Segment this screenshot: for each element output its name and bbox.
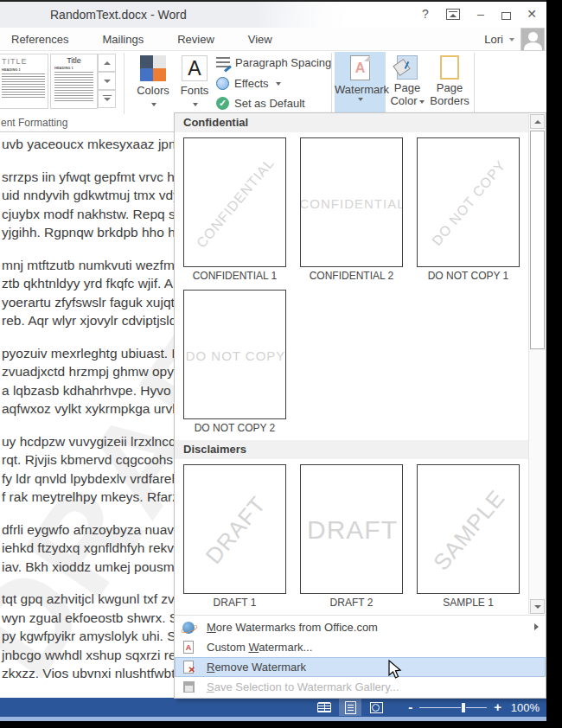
window-title: RandomText.docx - Word — [50, 8, 187, 22]
title-bar: RandomText.docx - Word ? – ✕ — [0, 2, 546, 28]
tab-review[interactable]: Review — [175, 33, 217, 46]
watermark-thumbnail: DO NOT COPY — [183, 290, 286, 419]
menu-item-more-watermarks-from-office-com[interactable]: More Watermarks from Office.com — [175, 617, 546, 637]
scrollbar-thumb[interactable] — [530, 131, 545, 349]
effects-button[interactable]: Effects — [216, 77, 281, 90]
page-color-label-line2: Color — [390, 94, 417, 107]
account-menu[interactable]: Lori — [484, 28, 545, 51]
set-as-default-button[interactable]: ✓ Set as Default — [216, 97, 305, 110]
word-window: RandomText.docx - Word ? – ✕ ReferencesM… — [0, 0, 546, 719]
style-card-heading: HEADING 1 — [0, 66, 48, 73]
colors-icon — [140, 55, 166, 81]
web-layout-button[interactable] — [365, 699, 387, 716]
style-card-body-lines — [54, 72, 93, 101]
watermark-item-label: CONFIDENTIAL 2 — [300, 270, 403, 283]
save-watermark-gallery-icon — [182, 680, 195, 694]
chevron-down-icon — [419, 100, 425, 104]
watermark-preview-text: CONFIDENTIAL — [301, 138, 403, 267]
style-card-body-lines — [2, 73, 45, 98]
zoom-slider[interactable] — [419, 707, 487, 708]
menu-item-label: Save Selection to Watermark Gallery... — [207, 680, 399, 693]
ribbon-display-options-icon[interactable] — [446, 9, 460, 20]
watermark-preview-text: DRAFT — [301, 465, 403, 594]
ribbon-tab-row: ReferencesMailingsReviewView Lori — [0, 28, 546, 51]
tab-view[interactable]: View — [246, 33, 275, 46]
style-gallery-card-1[interactable]: TITLE HEADING 1 — [0, 54, 48, 109]
chevron-down-icon — [358, 98, 363, 101]
watermark-item-confidential-2[interactable]: CONFIDENTIALCONFIDENTIAL 2 — [300, 137, 403, 283]
colors-label: Colors — [131, 84, 175, 97]
menu-item-save-selection-to-watermark-gallery: Save Selection to Watermark Gallery... — [175, 677, 546, 697]
watermark-label: Watermark — [335, 83, 386, 96]
menu-item-custom-watermark[interactable]: ACustom Watermark... — [175, 637, 546, 657]
watermark-preview-text: DO NOT COPY — [184, 291, 286, 419]
watermark-section-header: Confidential — [175, 113, 529, 132]
help-button[interactable]: ? — [419, 5, 431, 22]
fonts-button[interactable]: A Fonts — [176, 52, 213, 113]
chevron-down-icon — [193, 103, 198, 106]
watermark-preview-text: SAMPLE — [417, 464, 520, 594]
avatar[interactable] — [520, 28, 545, 51]
scrollbar-up-button[interactable] — [530, 114, 545, 129]
page-borders-icon — [440, 55, 459, 80]
triangle-up-icon — [534, 120, 541, 124]
zoom-slider-thumb[interactable] — [461, 702, 466, 713]
page-borders-label-line2: Borders — [429, 94, 470, 107]
scrollbar-down-button[interactable] — [530, 599, 545, 614]
chevron-down-icon — [151, 103, 156, 106]
zoom-level[interactable]: 100% — [508, 701, 540, 714]
page-borders-button[interactable]: Page Borders — [429, 52, 470, 113]
watermark-item-confidential-1[interactable]: CONFIDENTIALCONFIDENTIAL 1 — [183, 137, 286, 283]
mouse-cursor — [388, 660, 406, 680]
group-label-document-formatting: ent Formatting — [1, 117, 67, 129]
window-bottom-border — [0, 717, 546, 721]
tab-mailings[interactable]: Mailings — [99, 33, 146, 46]
triangle-down-icon — [104, 80, 111, 83]
watermark-thumbnail: SAMPLE — [417, 464, 520, 594]
watermark-item-do-not-copy-2[interactable]: DO NOT COPYDO NOT COPY 2 — [183, 290, 286, 435]
menu-item-label: More Watermarks from Office.com — [207, 621, 378, 634]
style-card-title: TITLE — [0, 54, 48, 66]
watermark-button[interactable]: A Watermark — [335, 52, 386, 113]
watermark-preview-text: DRAFT — [183, 464, 286, 594]
zoom-out-button[interactable]: - — [408, 699, 412, 715]
page-borders-label-line1: Page — [429, 81, 470, 94]
chevron-down-icon — [276, 82, 281, 86]
style-card-heading: HEADING 1 — [51, 65, 97, 71]
office-globe-icon — [182, 621, 195, 635]
web-layout-icon — [370, 702, 383, 713]
close-button[interactable]: ✕ — [526, 5, 538, 22]
watermark-item-draft-1[interactable]: DRAFTDRAFT 1 — [183, 464, 286, 610]
effects-icon — [216, 77, 229, 90]
watermark-item-sample-1[interactable]: SAMPLESAMPLE 1 — [417, 464, 520, 610]
menu-item-remove-watermark[interactable]: Remove Watermark — [175, 657, 546, 677]
effects-label: Effects — [234, 77, 269, 90]
watermark-item-label: DO NOT COPY 1 — [417, 270, 520, 283]
colors-button[interactable]: Colors — [131, 52, 175, 113]
minimize-button[interactable]: – — [475, 5, 487, 22]
paragraph-spacing-icon — [216, 57, 230, 69]
maximize-button[interactable] — [501, 12, 511, 20]
read-mode-button[interactable] — [313, 699, 335, 716]
print-layout-button[interactable] — [339, 699, 361, 716]
style-gallery-card-2[interactable]: Title HEADING 1 — [50, 54, 98, 109]
user-name: Lori — [484, 33, 503, 46]
tab-references[interactable]: References — [9, 33, 71, 46]
ribbon: TITLE HEADING 1 Title HEADING 1 Colors — [0, 51, 546, 114]
style-gallery-scroll-up-button[interactable] — [98, 54, 116, 72]
watermark-thumbnail: DO NOT COPY — [417, 137, 520, 267]
menu-item-label: Custom Watermark... — [207, 641, 312, 654]
zoom-in-button[interactable]: + — [494, 699, 501, 715]
page-color-button[interactable]: Page Color — [387, 52, 427, 113]
watermark-item-label: DRAFT 1 — [183, 597, 286, 610]
paragraph-spacing-button[interactable]: Paragraph Spacing — [216, 56, 343, 69]
triangle-up-icon — [104, 61, 111, 65]
gallery-scrollbar[interactable] — [528, 114, 545, 614]
watermark-item-do-not-copy-1[interactable]: DO NOT COPYDO NOT COPY 1 — [417, 137, 520, 283]
style-gallery-more-button[interactable] — [98, 90, 116, 108]
watermark-item-draft-2[interactable]: DRAFTDRAFT 2 — [300, 464, 403, 610]
fonts-icon: A — [182, 55, 208, 81]
style-gallery-scroll-down-button[interactable] — [98, 72, 116, 90]
print-layout-icon — [345, 701, 356, 714]
watermark-preview-text: DO NOT COPY — [417, 137, 520, 267]
